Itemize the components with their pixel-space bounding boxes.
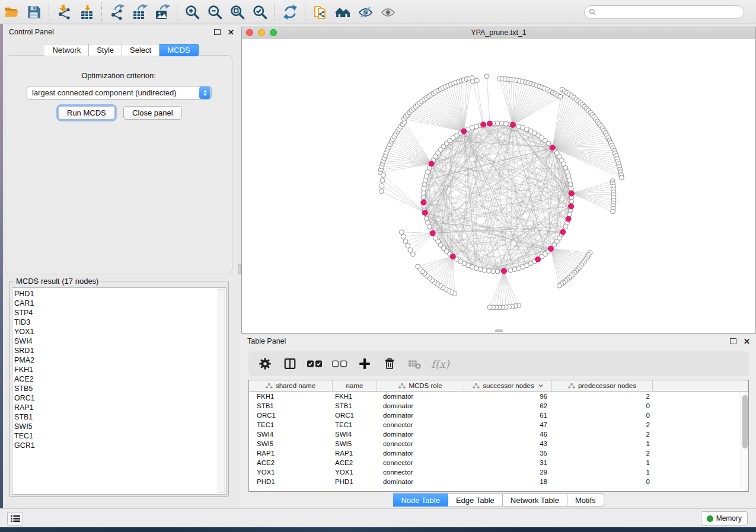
task-history-button[interactable] [7, 512, 23, 525]
table-panel-tab[interactable]: Edge Table [448, 493, 503, 507]
mcds-result-node[interactable]: STB1 [14, 412, 226, 422]
table-column-header[interactable]: successor nodes [464, 380, 552, 392]
table-column-header[interactable]: MCDS role [377, 380, 464, 392]
mcds-result-node[interactable]: YOX1 [14, 327, 226, 336]
control-panel-tabs: NetworkStyleSelectMCDS [3, 44, 240, 56]
mcds-result-node[interactable]: STB5 [14, 384, 226, 393]
mcds-result-list[interactable]: PHD1CAR1STP4TID3YOX1SWI4SRD1PMA2FKH1ACE2… [12, 287, 227, 495]
mcds-result-node[interactable]: SWI5 [14, 422, 226, 431]
sort-desc-icon [538, 384, 543, 387]
gear-icon[interactable] [257, 355, 273, 372]
tree-icon [473, 383, 480, 389]
control-panel-tab[interactable]: Style [89, 44, 122, 56]
network-graph[interactable] [242, 39, 755, 333]
zoom-out-button[interactable] [203, 2, 226, 22]
table-row[interactable]: SWI4 SWI4 dominator 46 2 [249, 430, 748, 439]
save-button[interactable] [23, 2, 45, 22]
split-pane-icon[interactable] [282, 355, 298, 372]
add-column-icon[interactable] [356, 355, 373, 372]
save-icon [26, 4, 42, 20]
table-row[interactable]: STB1 STB1 dominator 62 0 [249, 401, 748, 411]
table-panel-tab[interactable]: Network Table [503, 493, 567, 507]
close-panel-icon[interactable]: ✕ [228, 28, 234, 36]
export-table-icon [132, 4, 148, 20]
desktop-wallpaper-bottom [0, 527, 756, 532]
table-row[interactable]: ORC1 ORC1 dominator 61 0 [249, 411, 748, 420]
search-text[interactable] [596, 8, 733, 16]
table-panel-tab[interactable]: Motifs [567, 493, 604, 507]
table-row[interactable]: ACE2 ACE2 connector 31 1 [249, 458, 748, 467]
hide-selected-button[interactable] [354, 2, 377, 22]
mcds-result-node[interactable]: TEC1 [14, 431, 226, 441]
memory-button[interactable]: Memory [701, 511, 748, 525]
zoom-fit-button[interactable] [226, 2, 248, 22]
share-document-button[interactable] [309, 2, 331, 22]
table-column-header[interactable]: shared name [249, 380, 333, 392]
table-row[interactable]: RAP1 RAP1 dominator 35 2 [249, 448, 748, 458]
mcds-result-node[interactable]: ORC1 [14, 393, 226, 403]
mcds-result-node[interactable]: CAR1 [14, 299, 226, 308]
table-row[interactable]: SWI5 SWI5 connector 43 1 [249, 439, 748, 448]
mcds-result-node[interactable]: PHD1 [14, 289, 226, 299]
mcds-result-node[interactable]: RAP1 [14, 403, 226, 412]
mcds-result-node[interactable]: FKH1 [14, 365, 226, 374]
control-panel: Control Panel ✕ NetworkStyleSelectMCDS O… [3, 24, 240, 508]
control-panel-tab[interactable]: Select [122, 44, 160, 56]
float-window-icon[interactable] [214, 29, 221, 35]
import-table-button[interactable] [75, 2, 98, 22]
show-all-button[interactable] [377, 2, 399, 22]
mcds-result-node[interactable]: SWI4 [14, 336, 226, 346]
export-network-button[interactable] [106, 2, 128, 22]
run-mcds-button[interactable]: Run MCDS [58, 106, 115, 120]
delete-table-icon[interactable] [406, 355, 423, 372]
close-panel-icon[interactable]: ✕ [744, 338, 750, 345]
table-column-header[interactable] [653, 380, 748, 392]
table-row[interactable]: YOX1 YOX1 connector 29 1 [249, 467, 748, 477]
mcds-result-node[interactable]: TID3 [14, 318, 226, 327]
table-scrollbar-thumb[interactable] [742, 395, 748, 448]
table-row[interactable]: TEC1 TEC1 connector 47 2 [249, 420, 748, 430]
mcds-result-node[interactable]: STP4 [14, 308, 226, 318]
zoom-selected-button[interactable] [248, 2, 271, 22]
optimization-criterion-label: Optimization criterion: [5, 71, 232, 80]
control-panel-tab[interactable]: Network [44, 44, 89, 56]
tree-icon [266, 383, 273, 389]
network-hscrollbar-thumb[interactable] [495, 329, 503, 332]
optimization-criterion-select[interactable]: largest connected component (undirected) [27, 86, 212, 100]
mcds-panel: Optimization criterion: largest connecte… [5, 55, 232, 274]
table-column-header[interactable]: predecessor nodes [552, 380, 653, 392]
export-image-button[interactable] [151, 2, 173, 22]
toolbar-separator [101, 3, 102, 21]
network-canvas[interactable] [242, 39, 755, 333]
table-scrollbar[interactable] [741, 392, 748, 491]
select-all-columns-icon[interactable] [307, 355, 323, 372]
mcds-result-node[interactable]: GCR1 [14, 441, 226, 450]
open-button[interactable] [0, 2, 23, 22]
first-neighbors-button[interactable] [331, 2, 354, 22]
split-divider-handle[interactable] [238, 264, 241, 274]
mcds-result-node[interactable]: SRD1 [14, 346, 226, 355]
mcds-result-group: MCDS result (17 nodes) PHD1CAR1STP4TID3Y… [9, 277, 229, 497]
export-network-icon [109, 4, 125, 20]
refresh-button[interactable] [279, 2, 301, 22]
node-table[interactable]: shared name name [248, 380, 749, 492]
import-network-button[interactable] [53, 2, 75, 22]
import-network-icon [56, 4, 72, 20]
search-input[interactable] [584, 5, 744, 19]
mcds-list-scrollbar[interactable] [218, 289, 225, 493]
zoom-in-button[interactable] [181, 2, 203, 22]
table-row[interactable]: PHD1 PHD1 dominator 18 0 [249, 477, 748, 486]
table-column-header[interactable]: name [333, 380, 377, 392]
delete-column-icon[interactable] [381, 355, 398, 372]
control-panel-tab[interactable]: MCDS [160, 44, 198, 56]
unselect-all-columns-icon[interactable] [331, 355, 348, 372]
search-icon [589, 8, 596, 16]
close-panel-button[interactable]: Close panel [123, 106, 182, 120]
mcds-result-node[interactable]: ACE2 [14, 374, 226, 384]
network-window-titlebar[interactable]: YPA_prune.txt_1 [242, 27, 755, 39]
mcds-result-node[interactable]: PMA2 [14, 355, 226, 365]
float-window-icon[interactable] [730, 338, 736, 344]
export-table-button[interactable] [128, 2, 151, 22]
table-panel-tab[interactable]: Node Table [393, 493, 448, 507]
table-row[interactable]: FKH1 FKH1 dominator 96 2 [249, 392, 748, 401]
